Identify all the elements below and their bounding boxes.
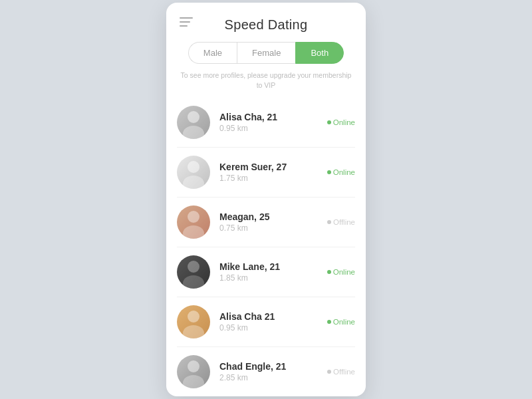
- svg-point-8: [188, 311, 200, 323]
- svg-point-10: [188, 360, 200, 372]
- profile-info: Mike Lane, 21 1.85 km: [219, 261, 327, 283]
- profile-distance: 0.75 km: [219, 223, 327, 233]
- list-item[interactable]: Chad Engle, 21 2.85 km Offline: [177, 347, 355, 396]
- svg-point-0: [188, 111, 200, 123]
- avatar: [177, 305, 210, 338]
- status-badge: Online: [327, 168, 355, 176]
- svg-point-7: [183, 275, 204, 289]
- svg-point-1: [183, 126, 204, 139]
- svg-point-4: [188, 211, 200, 223]
- profile-info: Meagan, 25 0.75 km: [219, 211, 327, 233]
- menu-icon[interactable]: [180, 17, 193, 27]
- header: Speed Dating: [166, 3, 366, 42]
- avatar: [177, 255, 210, 289]
- svg-point-6: [188, 261, 200, 273]
- profile-info: Alisa Cha 21 0.95 km: [219, 311, 327, 332]
- status-badge: Offline: [327, 368, 355, 376]
- phone-card: Speed Dating Male Female Both To see mor…: [166, 3, 366, 396]
- profile-distance: 1.75 km: [219, 174, 327, 183]
- avatar: [177, 205, 210, 239]
- profile-name: Chad Engle, 21: [219, 361, 327, 372]
- profile-distance: 0.95 km: [219, 323, 327, 332]
- profile-info: Chad Engle, 21 2.85 km: [219, 361, 327, 382]
- upgrade-notice: To see more profiles, please upgrade you…: [166, 70, 366, 98]
- avatar: [177, 355, 210, 388]
- avatar: [177, 106, 210, 139]
- profile-name: Alisa Cha, 21: [219, 112, 327, 122]
- profile-name: Alisa Cha 21: [219, 311, 327, 322]
- list-item[interactable]: Meagan, 25 0.75 km Offline: [177, 198, 355, 247]
- filter-male[interactable]: Male: [188, 42, 237, 64]
- profile-info: Alisa Cha, 21 0.95 km: [219, 112, 327, 133]
- status-dot-icon: [327, 120, 331, 124]
- filter-female[interactable]: Female: [237, 42, 295, 64]
- profile-name: Kerem Suer, 27: [219, 162, 327, 172]
- status-dot-icon: [327, 370, 331, 374]
- list-item[interactable]: Kerem Suer, 27 1.75 km Online: [177, 148, 355, 198]
- profile-distance: 2.85 km: [219, 373, 327, 382]
- status-badge: Online: [327, 268, 355, 276]
- svg-point-3: [183, 176, 204, 189]
- status-dot-icon: [327, 270, 331, 274]
- profile-info: Kerem Suer, 27 1.75 km: [219, 162, 327, 183]
- svg-point-5: [183, 225, 204, 239]
- status-badge: Online: [327, 318, 355, 326]
- filter-tabs: Male Female Both: [166, 42, 366, 70]
- status-dot-icon: [327, 170, 331, 174]
- status-badge: Offline: [327, 218, 355, 226]
- page-title: Speed Dating: [225, 17, 308, 33]
- list-item[interactable]: Alisa Cha, 21 0.95 km Online: [177, 98, 355, 148]
- svg-point-9: [183, 325, 204, 338]
- svg-point-2: [188, 161, 200, 173]
- filter-both[interactable]: Both: [295, 42, 344, 64]
- svg-point-11: [183, 375, 204, 388]
- avatar: [177, 156, 210, 189]
- profile-name: Mike Lane, 21: [219, 261, 327, 272]
- profile-distance: 1.85 km: [219, 273, 327, 283]
- profile-name: Meagan, 25: [219, 211, 327, 222]
- profile-distance: 0.95 km: [219, 124, 327, 133]
- list-item[interactable]: Mike Lane, 21 1.85 km Online: [177, 247, 355, 297]
- status-badge: Online: [327, 118, 355, 126]
- profile-list: Alisa Cha, 21 0.95 km Online Kerem Suer,…: [166, 98, 366, 396]
- status-dot-icon: [327, 320, 331, 324]
- list-item[interactable]: Alisa Cha 21 0.95 km Online: [177, 297, 355, 347]
- status-dot-icon: [327, 220, 331, 224]
